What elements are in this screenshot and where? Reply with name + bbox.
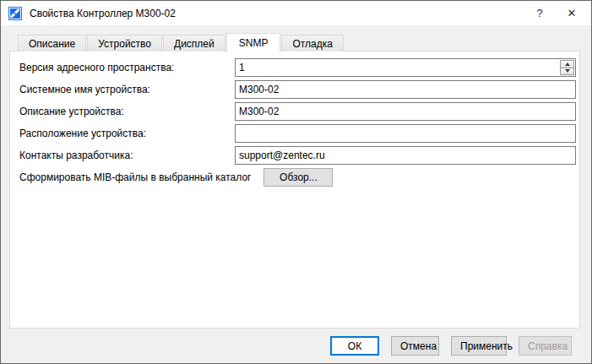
tab-snmp[interactable]: SNMP <box>226 33 281 52</box>
device-description-row: Описание устройства: <box>19 102 576 121</box>
device-description-input[interactable] <box>235 102 576 121</box>
dialog-button-box: ОК Отмена Применить Справка <box>330 336 572 356</box>
tab-debug[interactable]: Отладка <box>281 35 343 52</box>
titlebar-buttons: ? ✕ <box>524 1 591 25</box>
dialog-window: Свойства Контроллер M300-02 ? ✕ Описание… <box>0 0 592 364</box>
system-name-input[interactable] <box>235 80 576 99</box>
developer-contacts-label: Контакты разработчика: <box>19 149 235 161</box>
tab-device[interactable]: Устройство <box>87 35 162 52</box>
snmp-tab-pane: Версия адресного пространства: Системное… <box>9 51 580 329</box>
address-space-version-row: Версия адресного пространства: <box>19 58 576 77</box>
address-space-version-spinbox[interactable] <box>235 58 576 77</box>
browse-button[interactable]: Обзор... <box>263 168 333 187</box>
system-name-label: Системное имя устройства: <box>19 84 235 95</box>
address-space-version-field-wrap <box>235 58 576 77</box>
mib-files-row: Сформировать MIB-файлы в выбранный катал… <box>19 168 576 187</box>
ok-button[interactable]: ОК <box>330 336 379 356</box>
device-description-label: Описание устройства: <box>19 106 235 117</box>
developer-contacts-input[interactable] <box>235 146 576 165</box>
tab-description[interactable]: Описание <box>18 35 86 52</box>
spinner <box>560 60 574 75</box>
close-icon[interactable]: ✕ <box>556 1 588 25</box>
help-button: Справка <box>519 336 572 356</box>
tab-bar: Описание Устройство Дисплей SNMP Отладка <box>18 33 345 52</box>
device-location-row: Расположение устройства: <box>19 124 576 143</box>
device-location-label: Расположение устройства: <box>19 128 235 139</box>
help-icon[interactable]: ? <box>524 1 556 25</box>
tab-display[interactable]: Дисплей <box>163 35 225 52</box>
spin-down-icon[interactable] <box>561 68 573 75</box>
apply-button[interactable]: Применить <box>451 336 507 356</box>
mib-files-label: Сформировать MIB-файлы в выбранный катал… <box>19 171 251 183</box>
titlebar: Свойства Контроллер M300-02 ? ✕ <box>1 1 591 25</box>
app-icon <box>8 7 22 20</box>
spin-up-icon[interactable] <box>561 61 573 68</box>
window-title: Свойства Контроллер M300-02 <box>30 8 176 19</box>
address-space-version-label: Версия адресного пространства: <box>19 62 235 73</box>
device-location-input[interactable] <box>235 124 576 143</box>
developer-contacts-row: Контакты разработчика: <box>19 146 576 165</box>
cancel-button[interactable]: Отмена <box>391 336 439 356</box>
system-name-row: Системное имя устройства: <box>19 80 576 99</box>
